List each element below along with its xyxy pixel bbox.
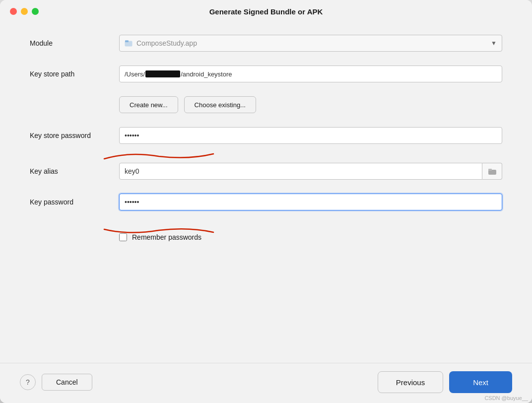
key-password-row: Key password	[30, 194, 502, 210]
remember-passwords-label: Remember passwords	[132, 233, 201, 241]
create-new-button[interactable]: Create new...	[119, 96, 178, 113]
path-suffix: /android_keystore	[181, 70, 232, 78]
window-controls	[10, 8, 39, 15]
keystore-path-field: /Users/ /android_keystore	[119, 66, 502, 82]
cancel-button[interactable]: Cancel	[42, 374, 92, 391]
key-password-label: Key password	[30, 198, 119, 206]
maximize-button[interactable]	[32, 8, 39, 15]
key-password-annotation: Key password	[30, 194, 502, 224]
squiggle-svg-1	[99, 149, 218, 164]
keystore-password-annotation: Key store password	[30, 127, 502, 158]
folder-icon	[488, 168, 496, 175]
help-button[interactable]: ?	[20, 374, 36, 390]
bottom-bar: ? Cancel Previous Next	[0, 363, 532, 403]
keystore-password-input[interactable]	[119, 127, 502, 144]
key-alias-label: Key alias	[30, 167, 119, 175]
key-alias-row: Key alias	[30, 163, 502, 180]
key-password-input[interactable]	[119, 194, 502, 210]
minimize-button[interactable]	[21, 8, 28, 15]
module-label: Module	[30, 39, 119, 47]
module-dropdown-arrow: ▼	[491, 40, 497, 47]
module-icon	[125, 39, 133, 47]
svg-rect-3	[488, 169, 492, 171]
watermark-text: CSDN @buyue__	[484, 395, 528, 401]
key-alias-wrapper	[119, 163, 502, 180]
keystore-password-label: Key store password	[30, 132, 119, 139]
title-bar: Generate Signed Bundle or APK	[0, 0, 532, 20]
key-password-field	[119, 194, 502, 210]
close-button[interactable]	[10, 8, 17, 15]
keystore-path-label: Key store path	[30, 70, 119, 78]
keystore-action-buttons: Create new... Choose existing...	[119, 96, 502, 113]
keystore-path-row: Key store path /Users/ /android_keystore	[30, 66, 502, 82]
module-row: Module ComposeStudy.app ▼	[30, 35, 502, 52]
next-button[interactable]: Next	[449, 371, 512, 393]
choose-existing-button[interactable]: Choose existing...	[184, 96, 256, 113]
remember-passwords-row: Remember passwords	[119, 233, 502, 241]
svg-rect-1	[125, 40, 129, 42]
dialog-title: Generate Signed Bundle or APK	[209, 7, 323, 16]
module-name: ComposeStudy.app	[136, 39, 491, 47]
keystore-password-row: Key store password	[30, 127, 502, 144]
redacted-username	[145, 70, 180, 77]
previous-button[interactable]: Previous	[378, 371, 443, 393]
keystore-path-display[interactable]: /Users/ /android_keystore	[119, 66, 502, 82]
key-alias-input[interactable]	[119, 163, 482, 180]
form-content: Module ComposeStudy.app ▼ Key store path…	[0, 20, 532, 363]
remember-passwords-checkbox[interactable]	[119, 233, 127, 241]
module-select[interactable]: ComposeStudy.app ▼	[119, 35, 502, 52]
module-field: ComposeStudy.app ▼	[119, 35, 502, 52]
path-prefix: /Users/	[125, 70, 145, 78]
key-alias-browse-button[interactable]	[482, 163, 502, 180]
keystore-password-field	[119, 127, 502, 144]
key-alias-field	[119, 163, 502, 180]
dialog-window: Generate Signed Bundle or APK Module Com…	[0, 0, 532, 403]
